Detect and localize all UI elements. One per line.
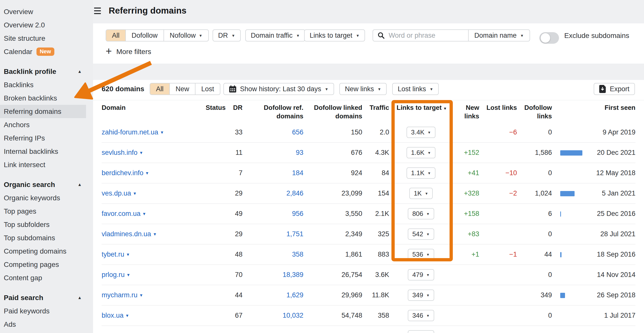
links-to-target-dropdown[interactable]: 542▼ [408, 228, 434, 240]
dr-cell: 29 [226, 230, 243, 238]
sidebar-item-referring-ips[interactable]: Referring IPs [0, 131, 86, 145]
dofollow-links-bar-cell [552, 149, 586, 157]
table-row: vladmines.dn.ua▾ 29 1,751 2,349 325 542▼… [102, 224, 635, 244]
hamburger-menu-icon[interactable] [94, 8, 101, 16]
col-header-dofollow-links[interactable]: Dofollow links [517, 101, 552, 121]
dofollow-ref-domains-link[interactable]: 1,629 [286, 291, 303, 299]
domain-link[interactable]: tybet.ru▾ [102, 251, 129, 258]
dofollow-ref-domains-link[interactable]: 93 [296, 149, 303, 156]
tab-all-domains[interactable]: All [150, 83, 170, 94]
dofollow-ref-domains-link[interactable]: 956 [292, 210, 303, 217]
col-header-domain[interactable]: Domain [102, 101, 191, 121]
col-header-links-to-target[interactable]: Links to target▼ [389, 101, 453, 121]
col-header-status[interactable]: Status [191, 101, 226, 121]
domain-cell: tybet.ru▾ [102, 251, 191, 258]
domain-link[interactable]: vladmines.dn.ua▾ [102, 230, 156, 238]
search-input[interactable]: Word or phrase [373, 30, 468, 41]
tab-all[interactable]: All [106, 30, 126, 41]
collapse-icon: ▲ [77, 69, 82, 74]
sidebar-item-anchors[interactable]: Anchors [0, 118, 86, 131]
sidebar-item-internal-backlinks[interactable]: Internal backlinks [0, 145, 86, 158]
sidebar-item-link-intersect[interactable]: Link intersect [0, 158, 86, 171]
dr-filter-dropdown[interactable]: DR▼ [213, 29, 241, 41]
col-header-new-links[interactable]: New links [453, 101, 479, 121]
sidebar-section-header[interactable]: Backlink profile▲ [0, 65, 93, 78]
sidebar-item-backlinks[interactable]: Backlinks [0, 78, 86, 91]
sidebar-item-paid-keywords[interactable]: Paid keywords [0, 304, 86, 318]
links-to-target-dropdown[interactable]: 1.6K▼ [407, 147, 435, 158]
sidebar-section-header[interactable]: Organic search▲ [0, 178, 93, 191]
col-header-dofollow-linked-domains[interactable]: Dofollow linked domains [303, 101, 362, 121]
sidebar-item-site-structure[interactable]: Site structure [0, 32, 86, 45]
links-to-target-filter-dropdown[interactable]: Links to target▼ [304, 29, 365, 41]
tab-dofollow[interactable]: Dofollow [126, 30, 164, 41]
links-to-target-dropdown[interactable]: 3.4K▼ [407, 127, 435, 138]
domain-link[interactable]: prlog.ru▾ [102, 271, 130, 279]
tab-lost-domains[interactable]: Lost [195, 83, 220, 94]
exclude-subdomains-toggle[interactable] [539, 32, 559, 44]
dofollow-ref-domains-link[interactable]: 10,032 [283, 312, 303, 319]
show-history-dropdown[interactable]: Show history: Last 30 days▼ [223, 83, 334, 95]
sidebar-item-ads[interactable]: Ads [0, 318, 86, 331]
col-header-first-seen[interactable]: First seen [586, 101, 635, 121]
links-to-target-dropdown[interactable]: 479▼ [408, 269, 434, 280]
sidebar-item-organic-keywords[interactable]: Organic keywords [0, 191, 86, 205]
domain-link[interactable]: ves.dp.ua▾ [102, 189, 136, 197]
sidebar-item-top-pages[interactable]: Top pages [0, 205, 86, 218]
domain-link[interactable]: sevlush.info▾ [102, 149, 142, 157]
dofollow-ref-domains-link[interactable]: 18,389 [283, 271, 303, 278]
sidebar-section-header[interactable]: Paid search▲ [0, 291, 93, 304]
sidebar-item-competing-domains[interactable]: Competing domains [0, 245, 86, 258]
col-header-dr[interactable]: DR [226, 101, 243, 121]
links-to-target-dropdown[interactable]: 346▼ [408, 310, 434, 321]
links-to-target-dropdown[interactable]: 536▼ [408, 249, 434, 260]
domain-link[interactable]: blox.ua▾ [102, 312, 129, 319]
dofollow-ref-domains-link[interactable]: 220 [292, 332, 303, 333]
domain-link[interactable]: zahid-forum.net.ua▾ [102, 128, 163, 136]
domain-link[interactable]: favor.com.ua▾ [102, 210, 145, 218]
col-header-lost-links[interactable]: Lost links [479, 101, 517, 121]
lost-links-dropdown[interactable]: Lost links▼ [392, 83, 439, 95]
search-mode-dropdown[interactable]: Domain name▼ [469, 32, 530, 39]
domain-link[interactable]: samenbeter.org▾ [102, 332, 154, 333]
domain-traffic-filter-dropdown[interactable]: Domain traffic▼ [245, 29, 305, 41]
col-header-traffic[interactable]: Traffic [362, 101, 389, 121]
sidebar-item-competing-pages[interactable]: Competing pages [0, 258, 86, 271]
links-to-target-dropdown[interactable]: 1K▼ [409, 188, 433, 199]
links-to-target-dropdown[interactable]: 306▼ [408, 330, 434, 333]
links-to-target-cell: 1K▼ [389, 188, 453, 199]
domain-link[interactable]: berdichev.info▾ [102, 169, 148, 177]
col-header-dofollow-ref-domains[interactable]: Dofollow ref. domains [243, 101, 303, 121]
view-tabs: All New Lost [150, 83, 220, 95]
new-links-cell: +83 [453, 230, 479, 238]
sidebar-item-top-subdomains[interactable]: Top subdomains [0, 231, 86, 245]
sidebar-item-calendar[interactable]: CalendarNew [0, 45, 86, 58]
more-filters-button[interactable]: + More filters [106, 48, 151, 56]
table-top-border [93, 100, 644, 100]
sidebar-item-overview[interactable]: Overview [0, 5, 86, 18]
dofollow-ref-domains-link[interactable]: 2,846 [286, 189, 303, 197]
tab-nofollow[interactable]: Nofollow▼ [164, 30, 208, 41]
sidebar-item-broken-backlinks[interactable]: Broken backlinks [0, 91, 86, 105]
sidebar-item-paid-pages[interactable]: Paid pages [0, 331, 86, 333]
dofollow-ref-domains-link[interactable]: 358 [292, 251, 303, 258]
sidebar-item-overview-2-0[interactable]: Overview 2.0 [0, 18, 86, 32]
tab-new-domains[interactable]: New [170, 83, 195, 94]
sidebar-item-content-gap[interactable]: Content gap [0, 271, 86, 284]
export-button[interactable]: Export [594, 83, 635, 95]
dofollow-ref-domains-link[interactable]: 656 [292, 128, 303, 136]
domain-cell: sevlush.info▾ [102, 149, 191, 157]
chevron-down-icon: ▼ [426, 253, 430, 256]
sidebar-item-top-subfolders[interactable]: Top subfolders [0, 218, 86, 231]
chevron-down-icon: ▾ [161, 129, 163, 135]
links-to-target-dropdown[interactable]: 1.1K▼ [407, 167, 435, 179]
dofollow-ref-domains-link[interactable]: 1,751 [286, 230, 303, 238]
dofollow-ref-domains-cell: 220 [243, 332, 303, 333]
dofollow-ref-domains-link[interactable]: 184 [292, 169, 303, 177]
new-links-dropdown[interactable]: New links▼ [339, 83, 387, 95]
links-to-target-cell: 1.1K▼ [389, 167, 453, 179]
domain-link[interactable]: mycharm.ru▾ [102, 291, 142, 299]
links-to-target-dropdown[interactable]: 806▼ [408, 208, 434, 219]
links-to-target-dropdown[interactable]: 349▼ [408, 290, 434, 301]
sidebar-item-referring-domains[interactable]: Referring domains [0, 105, 86, 118]
